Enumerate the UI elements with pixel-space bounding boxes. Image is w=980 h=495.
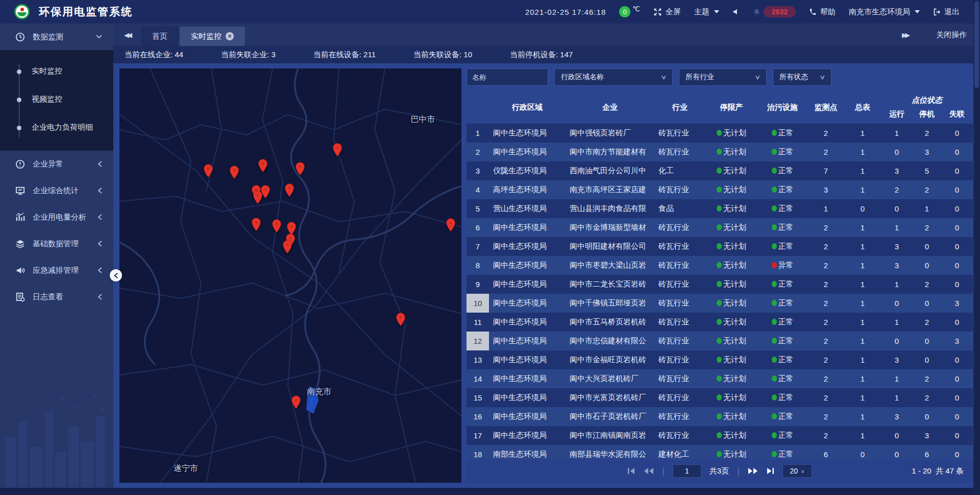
scrollbar-thumb[interactable] bbox=[974, 1, 979, 88]
help-button[interactable]: 帮助 bbox=[809, 7, 836, 17]
prev-page-button[interactable] bbox=[644, 467, 654, 475]
table-row[interactable]: 13阆中生态环境局阆中市金福旺页岩机砖砖瓦行业无计划正常21300 bbox=[467, 350, 973, 369]
logout-button[interactable]: 退出 bbox=[933, 7, 960, 17]
status-dot-green bbox=[717, 432, 722, 438]
status-dot-green bbox=[717, 394, 722, 400]
map-pin-icon[interactable] bbox=[258, 159, 267, 173]
cell-region: 阆中生态环境局 bbox=[489, 374, 566, 384]
map-pin-icon[interactable] bbox=[446, 218, 455, 232]
sidebar-item-label: 企业综合统计 bbox=[33, 186, 98, 196]
cell-stop: 0 bbox=[913, 356, 941, 364]
industry-filter-select[interactable]: 所有行业 ∨ bbox=[679, 68, 767, 86]
table-row[interactable]: 15阆中生态环境局阆中市光富页岩机砖厂砖瓦行业无计划正常21120 bbox=[467, 388, 973, 407]
table-row[interactable]: 1阆中生态环境局阆中强锐页岩砖厂砖瓦行业无计划正常21120 bbox=[467, 124, 973, 143]
tab-realtime-monitor[interactable]: 实时监控 × bbox=[180, 27, 245, 46]
status-dot-green bbox=[717, 205, 722, 211]
map-pin-icon[interactable] bbox=[396, 313, 405, 326]
next-page-button[interactable] bbox=[748, 467, 758, 475]
table-row[interactable]: 2阆中生态环境局阆中市南方节能建材有砖瓦行业无计划正常21030 bbox=[467, 143, 973, 161]
table-row[interactable]: 9阆中生态环境局阆中市二龙长宝页岩砖砖瓦行业无计划正常21120 bbox=[467, 275, 973, 294]
close-operations-button[interactable]: 关闭操作 bbox=[936, 30, 967, 40]
mute-button[interactable] bbox=[732, 8, 740, 15]
tab-home[interactable]: 首页 bbox=[141, 27, 179, 46]
sidebar-item-power-load-detail[interactable]: 企业电力负荷明细 bbox=[0, 113, 113, 142]
window-scrollbar[interactable] bbox=[973, 0, 980, 495]
table-row[interactable]: 18南部生态环境局南部县瑞华水泥有限公建材化工无计划正常60060 bbox=[467, 445, 973, 458]
status-dot-green bbox=[717, 300, 722, 306]
cell-stop: 5 bbox=[913, 167, 941, 175]
cell-region: 南部生态环境局 bbox=[489, 450, 566, 458]
sidebar-item-enterprise-abnormal[interactable]: 企业异常 bbox=[0, 151, 113, 177]
sidebar-item-realtime-monitor[interactable]: 实时监控 bbox=[0, 57, 113, 85]
name-filter-input[interactable] bbox=[467, 68, 548, 86]
cell-industry: 砖瓦行业 bbox=[654, 223, 705, 232]
status-dot-green bbox=[772, 168, 777, 174]
tab-close-icon[interactable]: × bbox=[226, 32, 234, 40]
cell-lost: 0 bbox=[941, 280, 973, 289]
table-row[interactable]: 16阆中生态环境局阆中市石子页岩机砖厂砖瓦行业无计划正常21300 bbox=[467, 407, 973, 426]
sidebar-item-emergency-reduction[interactable]: 应急减排管理 bbox=[0, 257, 113, 284]
region-filter-select[interactable]: 行政区域名称 ∨ bbox=[554, 68, 673, 86]
col-header-stop: 停机 bbox=[913, 109, 941, 119]
org-dropdown[interactable]: 南充市生态环境局 bbox=[849, 7, 920, 17]
chevron-down-icon bbox=[96, 35, 102, 39]
cell-run: 0 bbox=[881, 299, 913, 308]
map-panel[interactable]: 巴中市南充市遂宁市 bbox=[119, 68, 461, 483]
page-size-select[interactable]: 20 ∨ bbox=[782, 464, 812, 478]
table-row[interactable]: 10阆中生态环境局阆中千佛镇五郎垭页岩砖瓦行业无计划正常21003 bbox=[467, 294, 973, 313]
table-row[interactable]: 4高坪生态环境局南充市高坪区王家店建砖瓦行业无计划正常31220 bbox=[467, 180, 973, 199]
cell-points: 3 bbox=[807, 185, 844, 194]
table-row[interactable]: 6阆中生态环境局阆中市金博瑞新型墙材砖瓦行业无计划正常21120 bbox=[467, 218, 973, 237]
sidebar-collapse-handle[interactable] bbox=[110, 269, 122, 281]
table-row[interactable]: 17阆中生态环境局阆中市江南镇阆南页岩砖瓦行业无计划正常21030 bbox=[467, 426, 973, 445]
cell-points: 2 bbox=[807, 431, 844, 440]
status-dot-green bbox=[772, 357, 777, 363]
sidebar-item-base-data[interactable]: 基础数据管理 bbox=[0, 230, 113, 257]
tabs-scroll-left-button[interactable]: ◀◀ bbox=[113, 23, 141, 46]
fullscreen-button[interactable]: 全屏 bbox=[653, 7, 681, 17]
map-pin-icon[interactable] bbox=[252, 218, 261, 231]
last-page-button[interactable] bbox=[766, 467, 774, 475]
notification-badge[interactable]: 2632 bbox=[753, 6, 796, 17]
window-bottom-strip bbox=[0, 488, 980, 495]
map-pin-icon[interactable] bbox=[291, 395, 301, 409]
map-pin-icon[interactable] bbox=[295, 162, 305, 176]
cell-industry: 食品 bbox=[654, 204, 705, 214]
page-number-input[interactable] bbox=[673, 464, 701, 478]
cell-limit: 无计划 bbox=[705, 374, 757, 384]
cell-company: 阆中市石子页岩机砖厂 bbox=[566, 412, 654, 421]
table-row[interactable]: 11阆中生态环境局阆中市五马桥页岩机砖砖瓦行业无计划正常21120 bbox=[467, 313, 973, 332]
status-dot-green bbox=[772, 300, 777, 306]
cell-limit: 无计划 bbox=[705, 336, 757, 346]
table-row[interactable]: 8阆中生态环境局阆中市枣碧大梁山页岩砖瓦行业无计划异常21300 bbox=[467, 256, 973, 275]
map-pin-icon[interactable] bbox=[204, 164, 213, 178]
cell-index: 14 bbox=[467, 374, 489, 383]
table-row[interactable]: 14阆中生态环境局阆中大兴页岩机砖厂砖瓦行业无计划正常21120 bbox=[467, 369, 973, 388]
map-pin-icon[interactable] bbox=[332, 143, 342, 157]
status-filter-select[interactable]: 所有状态 ∨ bbox=[773, 68, 831, 86]
table-row[interactable]: 5营山生态环境局营山县润丰肉食品有限食品无计划正常10010 bbox=[467, 199, 973, 218]
sidebar-item-enterprise-statistics[interactable]: 企业综合统计 bbox=[0, 177, 113, 204]
cell-facility: 正常 bbox=[757, 204, 807, 214]
map-pin-icon[interactable] bbox=[272, 219, 282, 233]
map-pin-icon[interactable] bbox=[230, 166, 239, 179]
map-pin-icon[interactable] bbox=[284, 183, 294, 197]
first-page-button[interactable] bbox=[627, 467, 635, 475]
cell-run: 0 bbox=[881, 431, 913, 440]
sidebar-item-log-view[interactable]: 日志查看 bbox=[0, 284, 113, 310]
table-row[interactable]: 12阆中生态环境局阆中市忠信建材有限公砖瓦行业无计划正常21003 bbox=[467, 332, 973, 350]
map-pin-icon[interactable] bbox=[282, 240, 292, 254]
tabs-scroll-right-button[interactable]: ▶▶ bbox=[891, 23, 919, 46]
table-row[interactable]: 3仪陇生态环境局西南油气田分公司川中化工无计划正常71350 bbox=[467, 161, 973, 180]
sidebar-item-video-monitor[interactable]: 视频监控 bbox=[0, 85, 113, 113]
cell-stop: 2 bbox=[913, 185, 941, 194]
map-pin-icon[interactable] bbox=[253, 191, 262, 204]
cell-facility: 异常 bbox=[757, 261, 807, 270]
chevron-left-icon bbox=[98, 187, 102, 194]
sidebar-item-data-monitor[interactable]: 数据监测 bbox=[0, 23, 113, 50]
theme-dropdown[interactable]: 主题 bbox=[694, 7, 719, 17]
sidebar-item-power-analysis[interactable]: 企业用电量分析 bbox=[0, 204, 113, 230]
table-row[interactable]: 7阆中生态环境局阆中明阳建材有限公司砖瓦行业无计划正常21300 bbox=[467, 237, 973, 256]
cell-company: 阆中市金福旺页岩机砖 bbox=[566, 355, 654, 365]
help-label: 帮助 bbox=[820, 7, 836, 17]
